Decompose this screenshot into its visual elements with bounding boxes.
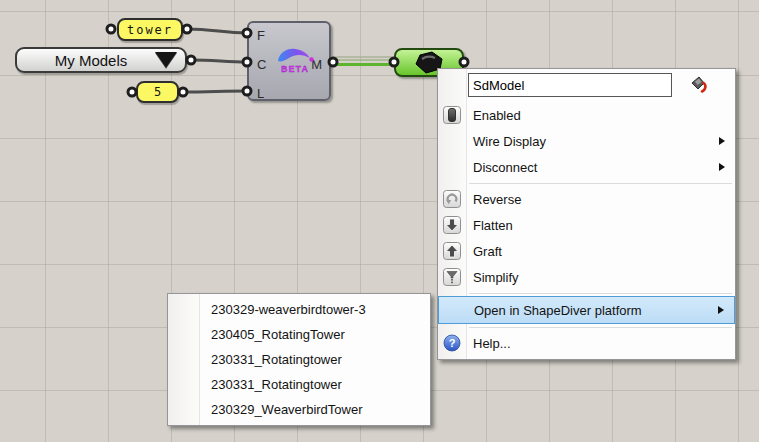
menu-item-wire-display[interactable]: Wire Display bbox=[438, 128, 735, 154]
five-input-grip[interactable] bbox=[127, 87, 138, 98]
tower-output-grip[interactable] bbox=[182, 24, 193, 35]
grip-input-l[interactable] bbox=[242, 86, 253, 97]
reverse-icon bbox=[438, 190, 465, 208]
submenu-item-label: 230329_WeaverbirdTower bbox=[211, 402, 363, 417]
submenu-item-model[interactable]: 230329_WeaverbirdTower bbox=[168, 397, 430, 422]
submenu-item-label: 230405_RotatingTower bbox=[211, 327, 345, 342]
context-menu: Enabled Wire Display Disconnect Reverse bbox=[437, 68, 736, 360]
menu-item-label: Disconnect bbox=[473, 160, 537, 175]
paint-bucket-icon[interactable] bbox=[688, 74, 710, 96]
tower-input-grip[interactable] bbox=[106, 24, 117, 35]
help-icon: ? bbox=[438, 334, 465, 352]
svg-text:?: ? bbox=[448, 337, 455, 349]
menu-item-enabled[interactable]: Enabled bbox=[438, 102, 735, 128]
value-list-label: My Models bbox=[17, 52, 155, 69]
beta-dot-icon bbox=[309, 57, 313, 61]
input-label-l: L bbox=[257, 86, 264, 101]
menu-item-disconnect[interactable]: Disconnect bbox=[438, 154, 735, 180]
input-label-f: F bbox=[257, 28, 265, 43]
menu-item-label: Simplify bbox=[473, 270, 519, 285]
grasshopper-canvas[interactable]: { "colors": { "canvas_bg": "#d6d2cb", "g… bbox=[0, 0, 759, 442]
graft-arrow-icon bbox=[438, 242, 465, 260]
flatten-arrow-icon bbox=[438, 216, 465, 234]
simplify-icon bbox=[438, 268, 465, 286]
wire-tower-to-f[interactable] bbox=[187, 29, 247, 33]
model-input-grip[interactable] bbox=[389, 57, 400, 68]
menu-item-flatten[interactable]: Flatten bbox=[438, 212, 735, 238]
panel-tower[interactable]: tower bbox=[117, 18, 183, 41]
submenu-item-model[interactable]: 230331_Rotatingtower bbox=[168, 347, 430, 372]
wire-m-to-model-selected[interactable] bbox=[333, 57, 394, 65]
submenu-item-label: 230331_Rotatingtower bbox=[211, 377, 342, 392]
grip-input-c[interactable] bbox=[242, 57, 253, 68]
menu-item-reverse[interactable]: Reverse bbox=[438, 186, 735, 212]
menu-item-label: Flatten bbox=[473, 218, 513, 233]
menu-item-open-in-shapediver[interactable]: Open in ShapeDiver platform bbox=[438, 296, 735, 324]
rename-row bbox=[438, 73, 735, 99]
wire-five-to-l[interactable] bbox=[183, 91, 247, 92]
submenu-item-model[interactable]: 230405_RotatingTower bbox=[168, 322, 430, 347]
submenu-item-label: 230329-weaverbirdtower-3 bbox=[211, 302, 366, 317]
toggle-icon bbox=[438, 106, 465, 124]
menu-item-label: Reverse bbox=[473, 192, 521, 207]
grip-output-m[interactable] bbox=[328, 57, 339, 68]
menu-item-label: Enabled bbox=[473, 108, 521, 123]
component-name-input[interactable] bbox=[468, 73, 672, 97]
five-output-grip[interactable] bbox=[178, 87, 189, 98]
model-output-grip[interactable] bbox=[459, 57, 470, 68]
submenu-item-model[interactable]: 230329-weaverbirdtower-3 bbox=[168, 297, 430, 322]
shapediver-component[interactable]: F C L M BETA bbox=[247, 21, 331, 101]
grip-input-f[interactable] bbox=[242, 28, 253, 39]
submenu-item-model[interactable]: 230331_Rotatingtower bbox=[168, 372, 430, 397]
menu-item-label: Help... bbox=[473, 336, 511, 351]
menu-item-label: Wire Display bbox=[473, 134, 546, 149]
menu-separator bbox=[469, 183, 732, 184]
menu-separator bbox=[469, 293, 732, 294]
menu-separator bbox=[469, 327, 732, 328]
panel-number[interactable]: 5 bbox=[136, 81, 179, 103]
menu-item-help[interactable]: ? Help... bbox=[438, 330, 735, 356]
input-label-c: C bbox=[257, 57, 266, 72]
value-list-output-grip[interactable] bbox=[186, 55, 197, 66]
models-submenu: 230329-weaverbirdtower-3 230405_Rotating… bbox=[167, 293, 431, 426]
submenu-item-label: 230331_Rotatingtower bbox=[211, 352, 342, 367]
beta-badge: BETA bbox=[281, 64, 309, 74]
menu-item-label: Open in ShapeDiver platform bbox=[474, 303, 642, 318]
wire-valuelist-to-c[interactable] bbox=[191, 60, 247, 62]
dropdown-arrow-icon[interactable] bbox=[155, 52, 177, 68]
panel-number-label: 5 bbox=[154, 85, 161, 99]
menu-item-graft[interactable]: Graft bbox=[438, 238, 735, 264]
menu-item-simplify[interactable]: Simplify bbox=[438, 264, 735, 290]
submenu-arrow-icon bbox=[719, 137, 725, 145]
submenu-arrow-icon bbox=[718, 306, 724, 314]
submenu-arrow-icon bbox=[719, 163, 725, 171]
panel-tower-label: tower bbox=[127, 23, 173, 37]
value-list-my-models[interactable]: My Models bbox=[15, 47, 187, 73]
menu-item-label: Graft bbox=[473, 244, 502, 259]
cloud-swoosh-icon: BETA bbox=[276, 45, 316, 79]
